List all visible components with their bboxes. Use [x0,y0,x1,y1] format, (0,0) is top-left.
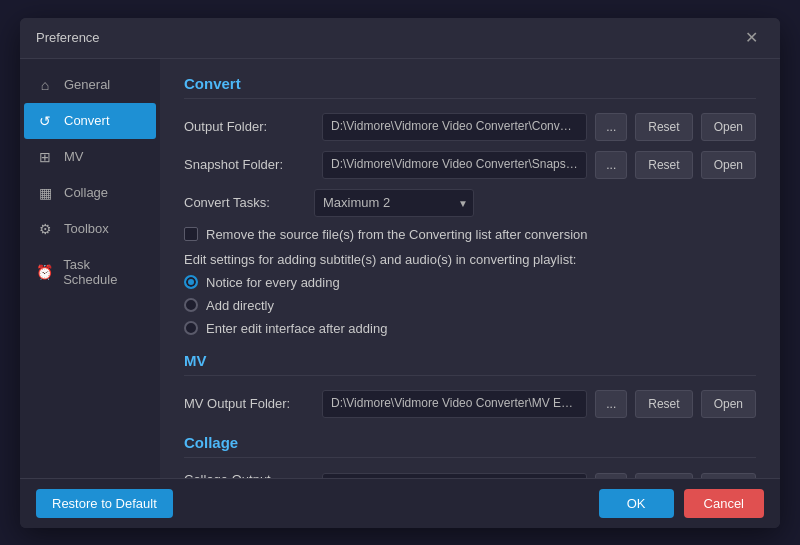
content-area: Convert Output Folder: D:\Vidmore\Vidmor… [160,59,780,478]
edit-settings-label: Edit settings for adding subtitle(s) and… [184,252,756,267]
radio-notice-label: Notice for every adding [206,275,340,290]
sidebar-item-mv[interactable]: ⊞ MV [20,139,160,175]
radio-enter-edit-row: Enter edit interface after adding [184,321,756,336]
mv-output-folder-label: MV Output Folder: [184,396,314,411]
sidebar-item-label: Convert [64,113,110,128]
remove-source-label: Remove the source file(s) from the Conve… [206,227,588,242]
mv-icon: ⊞ [36,149,54,165]
radio-add-directly-input[interactable] [184,298,198,312]
radio-enter-edit-input[interactable] [184,321,198,335]
snapshot-folder-row: Snapshot Folder: D:\Vidmore\Vidmore Vide… [184,151,756,179]
radio-enter-edit-label: Enter edit interface after adding [206,321,387,336]
preference-dialog: Preference ✕ ⌂ General ↺ Convert ⊞ MV ▦ … [20,18,780,528]
snapshot-folder-label: Snapshot Folder: [184,157,314,172]
sidebar-item-label: Toolbox [64,221,109,236]
ok-button[interactable]: OK [599,489,674,518]
sidebar-item-label: General [64,77,110,92]
cancel-button[interactable]: Cancel [684,489,764,518]
sidebar-item-label: Task Schedule [63,257,144,287]
output-folder-row: Output Folder: D:\Vidmore\Vidmore Video … [184,113,756,141]
sidebar-item-toolbox[interactable]: ⚙ Toolbox [20,211,160,247]
output-folder-label: Output Folder: [184,119,314,134]
title-bar: Preference ✕ [20,18,780,59]
collage-section-title: Collage [184,434,756,458]
mv-output-folder-row: MV Output Folder: D:\Vidmore\Vidmore Vid… [184,390,756,418]
output-folder-dots-button[interactable]: ... [595,113,627,141]
sidebar: ⌂ General ↺ Convert ⊞ MV ▦ Collage ⚙ Too… [20,59,160,478]
snapshot-folder-reset-button[interactable]: Reset [635,151,692,179]
convert-tasks-wrapper: Maximum 1 Maximum 2 Maximum 3 Maximum 4 … [314,189,474,217]
radio-add-directly-label: Add directly [206,298,274,313]
output-folder-reset-button[interactable]: Reset [635,113,692,141]
convert-tasks-row: Convert Tasks: Maximum 1 Maximum 2 Maxim… [184,189,756,217]
mv-section-title: MV [184,352,756,376]
schedule-icon: ⏰ [36,264,53,280]
restore-default-button[interactable]: Restore to Default [36,489,173,518]
convert-section-title: Convert [184,75,756,99]
sidebar-item-task-schedule[interactable]: ⏰ Task Schedule [20,247,160,297]
footer: Restore to Default OK Cancel [20,478,780,528]
sidebar-item-label: Collage [64,185,108,200]
dialog-title: Preference [36,30,100,45]
main-content: ⌂ General ↺ Convert ⊞ MV ▦ Collage ⚙ Too… [20,59,780,478]
remove-source-checkbox[interactable] [184,227,198,241]
output-folder-path: D:\Vidmore\Vidmore Video Converter\Conve… [322,113,587,141]
toolbox-icon: ⚙ [36,221,54,237]
home-icon: ⌂ [36,77,54,93]
sidebar-item-label: MV [64,149,84,164]
radio-notice-row: Notice for every adding [184,275,756,290]
sidebar-item-general[interactable]: ⌂ General [20,67,160,103]
convert-tasks-select[interactable]: Maximum 1 Maximum 2 Maximum 3 Maximum 4 [314,189,474,217]
remove-source-row: Remove the source file(s) from the Conve… [184,227,756,242]
mv-folder-open-button[interactable]: Open [701,390,756,418]
mv-output-folder-path: D:\Vidmore\Vidmore Video Converter\MV Ex… [322,390,587,418]
close-button[interactable]: ✕ [739,28,764,48]
sidebar-item-convert[interactable]: ↺ Convert [24,103,156,139]
convert-icon: ↺ [36,113,54,129]
mv-folder-dots-button[interactable]: ... [595,390,627,418]
radio-notice-input[interactable] [184,275,198,289]
snapshot-folder-path: D:\Vidmore\Vidmore Video Converter\Snaps… [322,151,587,179]
sidebar-item-collage[interactable]: ▦ Collage [20,175,160,211]
footer-right-buttons: OK Cancel [599,489,764,518]
snapshot-folder-open-button[interactable]: Open [701,151,756,179]
collage-icon: ▦ [36,185,54,201]
convert-tasks-label: Convert Tasks: [184,195,314,210]
snapshot-folder-dots-button[interactable]: ... [595,151,627,179]
mv-folder-reset-button[interactable]: Reset [635,390,692,418]
radio-add-directly-row: Add directly [184,298,756,313]
output-folder-open-button[interactable]: Open [701,113,756,141]
